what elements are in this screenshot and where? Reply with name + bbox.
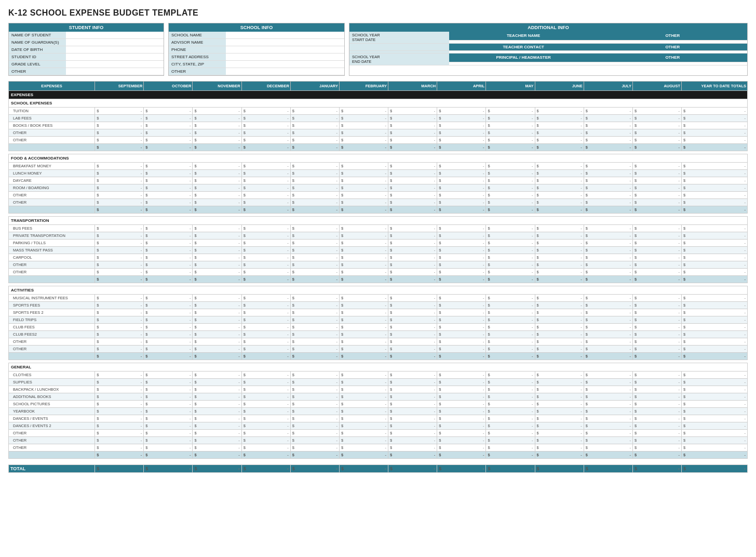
money-cell[interactable]: $-: [290, 393, 339, 401]
money-cell[interactable]: $-: [144, 437, 193, 444]
money-cell[interactable]: $-: [388, 430, 437, 437]
money-cell[interactable]: $-: [144, 295, 193, 302]
budget-item-row[interactable]: BOOKS / BOOK FEES$-$-$-$-$-$-$-$-$-$-$-$…: [9, 122, 748, 129]
money-cell[interactable]: $-: [290, 379, 339, 386]
money-cell[interactable]: $-: [535, 225, 584, 232]
money-cell[interactable]: $-: [388, 122, 437, 129]
ytd-cell[interactable]: $-: [682, 302, 748, 309]
money-cell[interactable]: $-: [339, 170, 388, 177]
ytd-cell[interactable]: $-: [682, 372, 748, 379]
money-cell[interactable]: $-: [241, 184, 290, 192]
ytd-cell[interactable]: $-: [682, 247, 748, 254]
money-cell[interactable]: $-: [437, 295, 486, 302]
money-cell[interactable]: $-: [95, 108, 144, 115]
money-cell[interactable]: $-: [388, 444, 437, 452]
ytd-cell[interactable]: $-: [682, 122, 748, 129]
ytd-cell[interactable]: $-: [682, 170, 748, 177]
money-cell[interactable]: $-: [339, 437, 388, 444]
money-cell[interactable]: $-: [486, 346, 535, 353]
money-cell[interactable]: $-: [193, 163, 241, 170]
money-cell[interactable]: $-: [632, 422, 681, 430]
money-cell[interactable]: $-: [95, 247, 144, 254]
money-cell[interactable]: $-: [388, 137, 437, 144]
money-cell[interactable]: $-: [388, 415, 437, 422]
money-cell[interactable]: $-: [632, 269, 681, 276]
money-cell[interactable]: $-: [632, 430, 681, 437]
money-cell[interactable]: $-: [144, 309, 193, 316]
money-cell[interactable]: $-: [632, 415, 681, 422]
money-cell[interactable]: $-: [437, 379, 486, 386]
money-cell[interactable]: $-: [486, 386, 535, 393]
money-cell[interactable]: $-: [535, 346, 584, 353]
money-cell[interactable]: $-: [193, 408, 241, 415]
money-cell[interactable]: $-: [437, 331, 486, 338]
money-cell[interactable]: $-: [437, 269, 486, 276]
ytd-cell[interactable]: $-: [682, 295, 748, 302]
money-cell[interactable]: $-: [193, 386, 241, 393]
money-cell[interactable]: $-: [95, 254, 144, 261]
money-cell[interactable]: $-: [339, 324, 388, 331]
budget-item-row[interactable]: OTHER$-$-$-$-$-$-$-$-$-$-$-$-$-: [9, 338, 748, 346]
money-cell[interactable]: $-: [584, 422, 632, 430]
money-cell[interactable]: $-: [95, 184, 144, 192]
money-cell[interactable]: $-: [584, 331, 632, 338]
ytd-cell[interactable]: $-: [682, 269, 748, 276]
money-cell[interactable]: $-: [535, 192, 584, 199]
budget-item-row[interactable]: LAB FEES$-$-$-$-$-$-$-$-$-$-$-$-$-: [9, 115, 748, 122]
money-cell[interactable]: $-: [486, 240, 535, 247]
money-cell[interactable]: $-: [632, 247, 681, 254]
money-cell[interactable]: $-: [193, 295, 241, 302]
money-cell[interactable]: $-: [437, 437, 486, 444]
money-cell[interactable]: $-: [290, 108, 339, 115]
money-cell[interactable]: $-: [241, 331, 290, 338]
money-cell[interactable]: $-: [584, 444, 632, 452]
budget-item-row[interactable]: CLUB FEES$-$-$-$-$-$-$-$-$-$-$-$-$-: [9, 324, 748, 331]
money-cell[interactable]: $-: [339, 295, 388, 302]
ytd-cell[interactable]: $-: [682, 192, 748, 199]
money-cell[interactable]: $-: [632, 254, 681, 261]
money-cell[interactable]: $-: [339, 232, 388, 240]
money-cell[interactable]: $-: [632, 408, 681, 415]
money-cell[interactable]: $-: [241, 163, 290, 170]
money-cell[interactable]: $-: [535, 430, 584, 437]
money-cell[interactable]: $-: [437, 247, 486, 254]
money-cell[interactable]: $-: [632, 261, 681, 269]
budget-item-row[interactable]: DANCES / EVENTS 2$-$-$-$-$-$-$-$-$-$-$-$…: [9, 422, 748, 430]
money-cell[interactable]: $-: [632, 437, 681, 444]
field-value[interactable]: [226, 32, 344, 39]
money-cell[interactable]: $-: [193, 108, 241, 115]
money-cell[interactable]: $-: [339, 225, 388, 232]
money-cell[interactable]: $-: [388, 422, 437, 430]
money-cell[interactable]: $-: [632, 338, 681, 346]
money-cell[interactable]: $-: [486, 302, 535, 309]
money-cell[interactable]: $-: [535, 115, 584, 122]
money-cell[interactable]: $-: [535, 422, 584, 430]
money-cell[interactable]: $-: [437, 122, 486, 129]
money-cell[interactable]: $-: [241, 437, 290, 444]
money-cell[interactable]: $-: [437, 444, 486, 452]
field-value[interactable]: [66, 39, 164, 46]
money-cell[interactable]: $-: [437, 177, 486, 184]
money-cell[interactable]: $-: [339, 338, 388, 346]
money-cell[interactable]: $-: [193, 331, 241, 338]
money-cell[interactable]: $-: [290, 408, 339, 415]
money-cell[interactable]: $-: [241, 240, 290, 247]
money-cell[interactable]: $-: [437, 302, 486, 309]
money-cell[interactable]: $-: [144, 108, 193, 115]
money-cell[interactable]: $-: [241, 346, 290, 353]
money-cell[interactable]: $-: [486, 372, 535, 379]
money-cell[interactable]: $-: [144, 324, 193, 331]
money-cell[interactable]: $-: [388, 184, 437, 192]
money-cell[interactable]: $-: [486, 324, 535, 331]
money-cell[interactable]: $-: [584, 199, 632, 206]
money-cell[interactable]: $-: [193, 225, 241, 232]
money-cell[interactable]: $-: [437, 115, 486, 122]
money-cell[interactable]: $-: [486, 232, 535, 240]
money-cell[interactable]: $-: [290, 115, 339, 122]
money-cell[interactable]: $-: [290, 184, 339, 192]
money-cell[interactable]: $-: [632, 192, 681, 199]
money-cell[interactable]: $-: [535, 324, 584, 331]
money-cell[interactable]: $-: [95, 122, 144, 129]
money-cell[interactable]: $-: [388, 192, 437, 199]
money-cell[interactable]: $-: [144, 422, 193, 430]
